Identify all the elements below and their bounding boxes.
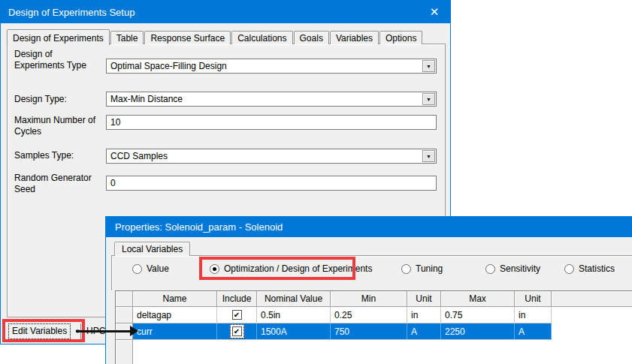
header-max[interactable]: Max <box>441 291 515 307</box>
properties-dialog: Properties: Solenoid_param - Solenoid Lo… <box>105 216 632 364</box>
max-cycles-input[interactable]: 10 <box>106 115 437 130</box>
radio-sensitivity[interactable]: Sensitivity <box>485 263 540 274</box>
header-unit-min[interactable]: Unit <box>407 291 441 307</box>
cell-max-unit[interactable]: in <box>515 307 552 323</box>
close-icon[interactable]: ✕ <box>419 1 450 23</box>
chevron-down-icon[interactable]: ▼ <box>422 60 435 72</box>
header-include[interactable]: Include <box>217 291 257 307</box>
radio-circle-icon <box>564 264 574 274</box>
row-selector-cell[interactable] <box>116 307 133 323</box>
radio-circle-icon <box>401 264 411 274</box>
design-type-label: Design Type: <box>14 94 100 105</box>
tab-design-of-experiments[interactable]: Design of Experiments <box>7 29 110 45</box>
header-nominal-value[interactable]: Nominal Value <box>257 291 331 307</box>
random-seed-input[interactable]: 0 <box>106 176 437 191</box>
tab-goals[interactable]: Goals <box>294 31 329 44</box>
checkbox-checked-icon[interactable]: ✔ <box>232 310 242 320</box>
chevron-down-icon[interactable]: ▼ <box>422 150 435 162</box>
variables-table: Name Include Nominal Value Min Unit Max … <box>115 290 632 364</box>
tab-response-surface[interactable]: Response Surface <box>144 31 231 44</box>
cell-max[interactable]: 0.75 <box>441 307 515 323</box>
cell-nominal-value[interactable]: 0.5in <box>257 307 331 323</box>
cell-include[interactable]: ✔ <box>217 323 257 340</box>
samples-type-combobox[interactable]: CCD Samples ▼ <box>106 149 437 164</box>
header-name[interactable]: Name <box>133 291 217 307</box>
cell-max-unit[interactable]: A <box>515 323 552 340</box>
radio-tuning[interactable]: Tuning <box>401 263 443 274</box>
table-row-deltagap[interactable]: deltagap ✔ 0.5in 0.25 in 0.75 in <box>116 307 632 323</box>
table-header-row: Name Include Nominal Value Min Unit Max … <box>116 291 632 307</box>
cell-include[interactable]: ✔ <box>217 307 257 323</box>
checkbox-checked-icon[interactable]: ✔ <box>232 326 242 336</box>
annotation-red-box-optimization <box>199 257 355 280</box>
radio-circle-icon <box>132 264 142 274</box>
radio-value[interactable]: Value <box>132 263 169 274</box>
doe-type-combobox[interactable]: Optimal Space-Filling Design ▼ <box>106 59 437 74</box>
samples-type-label: Samples Type: <box>14 150 100 161</box>
header-filler-cell <box>552 291 632 307</box>
annotation-arrow-head-icon <box>130 326 138 336</box>
cell-name[interactable]: deltagap <box>133 307 217 323</box>
doe-tabstrip: Design of Experiments Table Response Sur… <box>7 29 444 44</box>
design-type-combobox[interactable]: Max-Min Distance ▼ <box>106 92 437 107</box>
doe-dialog-titlebar: Design of Experiments Setup ✕ <box>1 1 450 23</box>
table-row-curr-selected[interactable]: curr ✔ 1500A 750 A 2250 A <box>116 323 632 340</box>
radio-statistics[interactable]: Statistics <box>564 263 615 274</box>
header-unit-max[interactable]: Unit <box>515 291 552 307</box>
annotation-red-box-edit-variables <box>2 319 85 342</box>
cell-min-unit[interactable]: in <box>407 307 441 323</box>
doe-type-label: Design of Experiments Type <box>14 49 100 71</box>
tab-local-variables[interactable]: Local Variables <box>114 242 190 256</box>
cell-nominal-value[interactable]: 1500A <box>257 323 331 340</box>
header-min[interactable]: Min <box>331 291 407 307</box>
tab-variables[interactable]: Variables <box>330 31 379 44</box>
properties-dialog-titlebar: Properties: Solenoid_param - Solenoid <box>106 216 632 237</box>
row-header-column-strip <box>116 340 133 364</box>
doe-dialog-title: Design of Experiments Setup <box>8 7 419 18</box>
tab-calculations[interactable]: Calculations <box>231 31 292 44</box>
header-corner-cell[interactable] <box>116 291 133 307</box>
tab-table[interactable]: Table <box>110 31 144 44</box>
tab-options[interactable]: Options <box>380 31 422 44</box>
max-cycles-label: Maximun Number of Cycles <box>14 115 100 137</box>
cell-min-unit[interactable]: A <box>407 323 441 340</box>
chevron-down-icon[interactable]: ▼ <box>422 93 435 105</box>
random-seed-label: Random Generator Seed <box>14 173 100 195</box>
properties-dialog-title: Properties: Solenoid_param - Solenoid <box>115 221 632 233</box>
annotation-arrow-line <box>76 330 132 332</box>
checkbox-focus-ring: ✔ <box>230 324 244 338</box>
cell-name[interactable]: curr <box>133 323 217 340</box>
cell-min[interactable]: 750 <box>331 323 407 340</box>
radio-circle-icon <box>485 264 495 274</box>
cell-max[interactable]: 2250 <box>441 323 515 340</box>
cell-min[interactable]: 0.25 <box>331 307 407 323</box>
